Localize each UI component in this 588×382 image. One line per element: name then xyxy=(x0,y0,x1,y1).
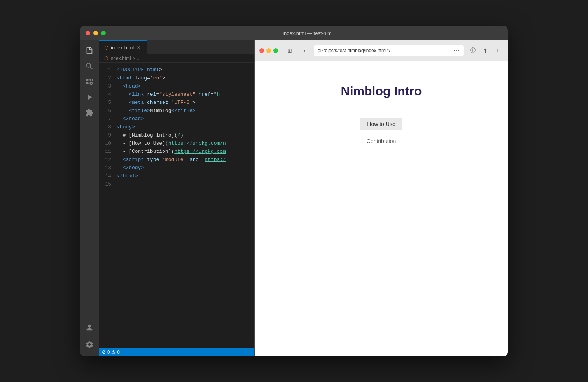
breadcrumb-rest: ... xyxy=(137,56,141,61)
traffic-lights xyxy=(86,31,106,35)
browser-share-button[interactable]: ⬆ xyxy=(480,45,491,56)
code-line-5: <meta charset='UTF-8'> xyxy=(117,98,254,107)
warning-icon: ⚠ xyxy=(111,349,116,355)
address-more-icon[interactable]: ⋯ xyxy=(453,47,460,54)
code-line-4: <link rel="stylesheet" href="h xyxy=(117,90,254,98)
browser-panel: ⊞ ‹ eProjects/test-nimblog/index.html#/ … xyxy=(254,40,508,356)
browser-back-button[interactable]: ‹ xyxy=(299,45,310,56)
code-line-7: </head> xyxy=(117,115,254,123)
activity-extensions-icon[interactable] xyxy=(82,106,96,120)
editor-panel: ⬡ index.html ✕ ⬡ index.html > ... 12345 … xyxy=(99,40,254,356)
activity-account-icon[interactable] xyxy=(82,321,96,335)
code-line-14: </html> xyxy=(117,172,254,180)
code-line-2: <html lang='en'> xyxy=(117,74,254,82)
status-errors: ⊘ 0 ⚠ 0 xyxy=(102,349,120,355)
address-bar[interactable]: eProjects/test-nimblog/index.html#/ ⋯ xyxy=(314,45,464,56)
browser-content: Nimblog Intro How to Use Contribution xyxy=(255,61,508,356)
code-line-10: - [How to Use](https://unpkg.com/n xyxy=(117,139,254,147)
tab-bar: ⬡ index.html ✕ xyxy=(99,40,254,54)
browser-close-button[interactable] xyxy=(259,48,264,53)
code-content[interactable]: <!DOCTYPE html> <html lang='en'> <head> … xyxy=(115,63,254,348)
activity-run-icon[interactable] xyxy=(82,90,96,104)
app-window: index.html — test-nim xyxy=(80,26,508,356)
code-line-8: <body> xyxy=(117,123,254,131)
minimize-button[interactable] xyxy=(93,31,98,35)
browser-maximize-button[interactable] xyxy=(273,48,278,53)
breadcrumb: ⬡ index.html > ... xyxy=(99,54,254,63)
activity-bottom xyxy=(82,321,96,356)
browser-sidebar-toggle[interactable]: ⊞ xyxy=(284,45,295,56)
browser-traffic-lights xyxy=(259,48,278,53)
line-numbers: 12345 678910 1112131415 xyxy=(99,63,115,348)
status-bar: ⊘ 0 ⚠ 0 xyxy=(99,348,254,356)
browser-new-tab-button[interactable]: + xyxy=(492,45,503,56)
tab-filename: index.html xyxy=(111,45,134,51)
tab-file-icon: ⬡ xyxy=(104,45,108,51)
address-bar-container: eProjects/test-nimblog/index.html#/ ⋯ xyxy=(314,45,464,56)
activity-settings-icon[interactable] xyxy=(82,338,96,352)
title-bar: index.html — test-nim xyxy=(80,26,508,40)
code-line-6: <title>Nimblog</title> xyxy=(117,107,254,115)
browser-actions: ⓘ ⬆ + xyxy=(467,45,503,56)
code-line-13: </body> xyxy=(117,164,254,172)
breadcrumb-separator: > xyxy=(133,56,135,61)
activity-search-icon[interactable] xyxy=(82,59,96,73)
how-to-use-button[interactable]: How to Use xyxy=(360,118,402,130)
activity-source-control-icon[interactable] xyxy=(82,75,96,89)
code-area[interactable]: 12345 678910 1112131415 <!DOCTYPE html> … xyxy=(99,63,254,348)
code-line-9: # [Nimblog Intro](/) xyxy=(117,131,254,139)
browser-chrome: ⊞ ‹ eProjects/test-nimblog/index.html#/ … xyxy=(255,40,508,61)
breadcrumb-filename: index.html xyxy=(110,56,131,61)
contribution-link[interactable]: Contribution xyxy=(367,138,396,144)
activity-files-icon[interactable] xyxy=(82,44,96,58)
error-icon: ⊘ xyxy=(102,349,106,355)
browser-info-button[interactable]: ⓘ xyxy=(467,45,478,56)
main-area: ⬡ index.html ✕ ⬡ index.html > ... 12345 … xyxy=(80,40,508,356)
close-button[interactable] xyxy=(86,31,90,35)
browser-minimize-button[interactable] xyxy=(266,48,271,53)
code-line-11: - [Contribution](https://unpkg.com xyxy=(117,147,254,156)
breadcrumb-file-icon: ⬡ xyxy=(104,56,108,61)
code-line-15 xyxy=(117,180,254,188)
error-count: 0 xyxy=(107,350,110,354)
window-title: index.html — test-nim xyxy=(112,30,502,36)
code-line-3: <head> xyxy=(117,82,254,90)
warning-count: 0 xyxy=(117,350,119,354)
code-line-12: <script type='module' src='https:/ xyxy=(117,156,254,164)
activity-bar xyxy=(80,40,99,356)
tab-close-button[interactable]: ✕ xyxy=(136,44,141,51)
editor-tab[interactable]: ⬡ index.html ✕ xyxy=(99,40,147,54)
page-title: Nimblog Intro xyxy=(341,84,422,98)
code-line-1: <!DOCTYPE html> xyxy=(117,66,254,74)
address-text: eProjects/test-nimblog/index.html#/ xyxy=(318,48,451,53)
maximize-button[interactable] xyxy=(101,31,106,35)
